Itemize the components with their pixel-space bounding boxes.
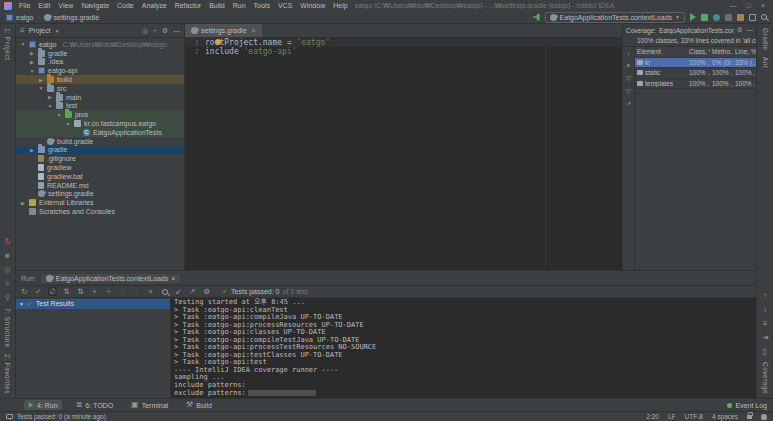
stop-button[interactable] [725, 14, 732, 21]
dump-threads-icon[interactable]: ◎ [4, 266, 11, 274]
filter-icon[interactable]: ▽ [626, 74, 631, 82]
open-project-icon[interactable] [737, 14, 744, 21]
profiler-button[interactable] [713, 14, 720, 21]
toolwindow-todo-button[interactable]: ≣ 6: TODO [72, 400, 117, 410]
project-panel-title[interactable]: Project [29, 27, 51, 34]
tree-arrow-icon[interactable]: ▼ [20, 41, 26, 47]
rerun-tests-icon[interactable]: ↻ [4, 238, 11, 246]
coverage-column-header[interactable]: Metho... [710, 48, 733, 55]
toolwindow-favorites-button[interactable]: 2: Favorites [4, 354, 11, 394]
menu-analyze[interactable]: Analyze [142, 2, 167, 9]
menu-view[interactable]: View [58, 2, 73, 9]
export-results-icon[interactable]: ↗ [188, 287, 197, 296]
file-encoding[interactable]: UTF-8 [685, 413, 703, 420]
tree-item-gradlew-bat[interactable]: gradlew.bat [16, 172, 184, 181]
tree-arrow-icon[interactable]: ▶ [20, 200, 26, 206]
close-tab-icon[interactable]: × [171, 275, 175, 282]
scroll-down-icon[interactable]: ↓ [763, 306, 767, 314]
previous-failed-icon[interactable]: ↑ [118, 287, 127, 296]
tree-item-build[interactable]: ▶build [16, 75, 184, 84]
hector-highlighting-icon[interactable] [761, 414, 767, 420]
settings-gear-icon[interactable]: ⚙ [737, 26, 743, 34]
collapse-all-icon[interactable]: ÷ [153, 27, 157, 35]
menu-code[interactable]: Code [117, 2, 134, 9]
coverage-column-header[interactable]: Line, % [733, 48, 756, 55]
run-configuration-select[interactable]: EatgoApplicationTests.contextLoads ▼ [545, 12, 685, 23]
toolwindow-ant-button[interactable]: Ant [762, 57, 769, 68]
search-everywhere-icon[interactable] [761, 14, 767, 20]
soft-wrap-icon[interactable]: ≡ [763, 320, 768, 328]
event-log-button[interactable]: Event Log [727, 402, 767, 409]
readonly-lock-icon[interactable] [747, 415, 752, 419]
tree-item-readme-md[interactable]: README.md [16, 181, 184, 190]
toolwindow-terminal-button[interactable]: ▣ Terminal [127, 400, 172, 410]
clear-console-icon[interactable]: ▯ [763, 348, 767, 356]
test-results-root[interactable]: ▼ ✓ Test Results [16, 299, 170, 309]
tree-item-eatgo-api[interactable]: ▼eatgo-api [16, 66, 184, 75]
editor-tab-settings-gradle[interactable]: settings.gradle × [185, 24, 262, 37]
indent-setting[interactable]: 4 spaces [712, 413, 738, 420]
coverage-column-header[interactable]: Element [635, 48, 687, 55]
hide-panel-icon[interactable]: — [747, 26, 754, 34]
tree-item--idea[interactable]: ▶.idea [16, 58, 184, 67]
pin-tab-icon[interactable]: ⚲ [5, 294, 11, 302]
run-console[interactable]: Testing started at 오후 8:45 ...> Task :ea… [171, 298, 756, 398]
coverage-row-templates[interactable]: templates100% ...100% ...100% ... [635, 79, 756, 90]
scroll-up-icon[interactable]: ↑ [763, 292, 767, 300]
sort-by-duration-icon[interactable]: ⇅ [76, 287, 85, 296]
run-with-coverage-button[interactable] [701, 14, 708, 21]
tree-item-test[interactable]: ▼test [16, 102, 184, 111]
navigate-up-icon[interactable]: ↑ [627, 50, 630, 57]
coverage-column-header[interactable]: Class, % [687, 48, 710, 55]
coverage-suite-tab[interactable]: EatgoApplicationTests.context... [659, 27, 734, 34]
restore-layout-icon[interactable] [749, 14, 756, 21]
expand-all-icon[interactable]: + [90, 287, 99, 296]
tree-arrow-icon[interactable]: ▶ [47, 94, 53, 100]
menu-navigate[interactable]: Navigate [81, 2, 109, 9]
minimize-button[interactable]: — [730, 2, 737, 9]
hide-panel-icon[interactable]: — [173, 27, 180, 35]
tree-arrow-icon[interactable]: ▶ [29, 50, 35, 56]
stop-process-icon[interactable]: ■ [5, 252, 10, 260]
toolwindow-structure-button[interactable]: 7: Structure [4, 308, 11, 348]
tree-item-src[interactable]: ▼src [16, 84, 184, 93]
tree-arrow-icon[interactable]: ▶ [29, 147, 35, 153]
line-separator[interactable]: LF [668, 413, 676, 420]
tree-item-gradlew[interactable]: gradlew [16, 163, 184, 172]
console-history-icon[interactable]: ≡ [5, 280, 10, 288]
scroll-to-end-icon[interactable]: ⇥ [762, 334, 769, 342]
menu-refactor[interactable]: Refactor [175, 2, 201, 9]
toolwindow-build-button[interactable]: ⚒ Build [182, 400, 216, 410]
tree-arrow-icon[interactable]: ▼ [29, 68, 35, 74]
export-report-icon[interactable]: ↗ [626, 100, 631, 108]
code-editor[interactable]: ✓ 1rootProject.name = 'eatgo'2include 'e… [185, 38, 622, 270]
find-icon[interactable] [160, 287, 169, 296]
tree-arrow-icon[interactable]: ▼ [47, 103, 53, 109]
toolwindow-gradle-button[interactable]: Gradle [762, 28, 769, 51]
menu-window[interactable]: Window [300, 2, 325, 9]
build-hammer-icon[interactable] [533, 14, 540, 21]
hamburger-icon[interactable]: ≡ [20, 27, 25, 35]
settings-gear-icon[interactable]: ⚙ [202, 287, 211, 296]
show-passed-icon[interactable]: ✓ [34, 287, 43, 296]
menu-file[interactable]: File [19, 2, 30, 9]
menu-run[interactable]: Run [233, 2, 246, 9]
run-tab[interactable]: EatgoApplicationTests.contextLoads × [41, 274, 181, 283]
breadcrumb-project[interactable]: eatgo [6, 14, 34, 21]
tree-item-eatgoapplicationtests[interactable]: CEatgoApplicationTests [16, 128, 184, 137]
tree-item-external-libraries[interactable]: ▶External Libraries [16, 198, 184, 207]
tree-item-scratches-and-consoles[interactable]: Scratches and Consoles [16, 207, 184, 216]
close-button[interactable]: × [761, 2, 765, 9]
tree-item-settings-gradle[interactable]: settings.gradle [16, 190, 184, 199]
coverage-row-kr[interactable]: kr100% ...0% (0/...33% (... [635, 58, 756, 69]
collapse-all-icon[interactable]: ÷ [104, 287, 113, 296]
code-line-1[interactable]: 1rootProject.name = 'eatgo' [185, 38, 622, 47]
close-tab-icon[interactable]: × [252, 27, 256, 34]
tree-arrow-icon[interactable]: ▼ [65, 121, 71, 127]
tree-arrow-icon[interactable]: ▼ [56, 112, 62, 118]
toolwindow-coverage-button[interactable]: Coverage [762, 362, 769, 394]
sort-alphabetically-icon[interactable]: ⇅ [62, 287, 71, 296]
test-history-icon[interactable]: » [146, 287, 155, 296]
toolwindow-project-button[interactable]: 1: Project [4, 28, 11, 60]
coverage-row-static[interactable]: static100% ...100% ...100% ... [635, 68, 756, 79]
